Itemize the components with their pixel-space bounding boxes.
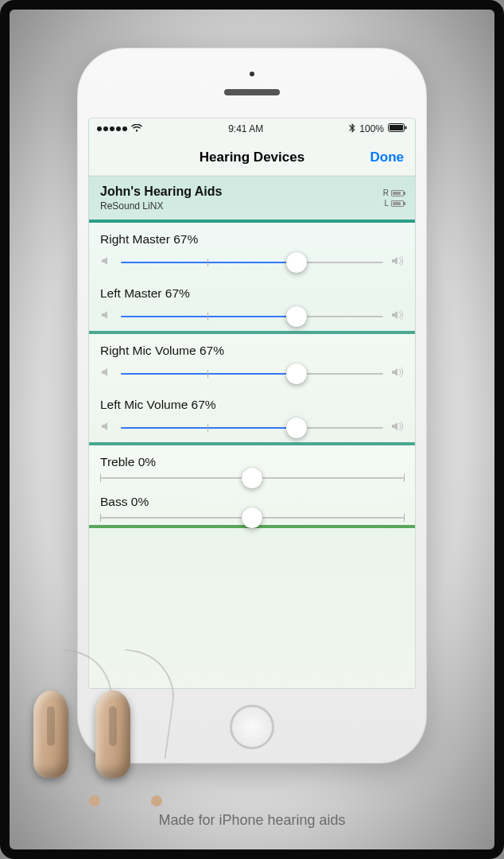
bluetooth-icon bbox=[349, 123, 355, 135]
device-header[interactable]: John's Hearing Aids ReSound LiNX R L bbox=[89, 176, 415, 223]
volume-high-icon bbox=[391, 366, 404, 382]
device-battery-status: R L bbox=[383, 188, 404, 208]
battery-icon bbox=[388, 123, 407, 134]
right-mic-row: Right Mic Volume 67% bbox=[89, 334, 415, 388]
bass-row: Bass 0% bbox=[89, 485, 415, 525]
nav-bar: Hearing Devices Done bbox=[89, 139, 415, 176]
right-mic-slider[interactable] bbox=[121, 373, 383, 375]
device-name: John's Hearing Aids bbox=[100, 185, 222, 199]
treble-slider[interactable] bbox=[100, 477, 404, 479]
volume-low-icon bbox=[100, 366, 113, 382]
left-master-row: Left Master 67% bbox=[89, 277, 415, 331]
page-title: Hearing Devices bbox=[200, 150, 304, 165]
battery-icon bbox=[391, 190, 404, 196]
right-master-label: Right Master 67% bbox=[100, 232, 404, 247]
eq-section: Treble 0% Bass 0% bbox=[89, 445, 415, 528]
volume-high-icon bbox=[391, 255, 404, 270]
volume-low-icon bbox=[100, 255, 113, 270]
status-time: 9:41 AM bbox=[228, 123, 263, 134]
status-bar: 9:41 AM 100% bbox=[89, 119, 415, 139]
left-mic-slider[interactable] bbox=[121, 427, 383, 429]
left-mic-label: Left Mic Volume 67% bbox=[100, 398, 404, 412]
signal-dots-icon bbox=[97, 126, 127, 131]
svg-rect-2 bbox=[405, 126, 406, 130]
phone-top bbox=[88, 48, 416, 118]
screen: 9:41 AM 100% Hearing Devices Done John's… bbox=[88, 118, 416, 689]
battery-percent: 100% bbox=[359, 123, 384, 134]
right-master-row: Right Master 67% bbox=[89, 223, 415, 277]
volume-high-icon bbox=[391, 309, 404, 325]
left-ear-label: L bbox=[384, 198, 389, 208]
right-ear-label: R bbox=[383, 188, 389, 198]
right-master-slider[interactable] bbox=[121, 262, 383, 263]
master-volume-section: Right Master 67% Left Master 67% bbox=[89, 223, 415, 334]
hearing-aid-illustration bbox=[95, 659, 145, 802]
battery-icon bbox=[391, 200, 404, 207]
earpiece-speaker bbox=[224, 89, 280, 95]
volume-low-icon bbox=[100, 309, 113, 325]
left-master-label: Left Master 67% bbox=[100, 286, 404, 301]
done-button[interactable]: Done bbox=[370, 150, 405, 165]
treble-row: Treble 0% bbox=[89, 445, 415, 485]
caption-text: Made for iPhone hearing aids bbox=[10, 812, 494, 829]
left-master-slider[interactable] bbox=[121, 316, 383, 317]
hearing-aid-illustration bbox=[33, 659, 83, 802]
right-mic-label: Right Mic Volume 67% bbox=[100, 344, 404, 358]
bass-slider[interactable] bbox=[100, 517, 404, 519]
front-camera bbox=[250, 72, 254, 76]
wifi-icon bbox=[131, 123, 142, 134]
volume-low-icon bbox=[100, 420, 113, 436]
device-model: ReSound LiNX bbox=[100, 200, 222, 212]
mic-volume-section: Right Mic Volume 67% Left Mic Volume 67% bbox=[89, 334, 415, 445]
left-mic-row: Left Mic Volume 67% bbox=[89, 388, 415, 442]
volume-high-icon bbox=[391, 420, 404, 436]
home-button[interactable] bbox=[230, 705, 274, 749]
svg-rect-1 bbox=[390, 125, 403, 130]
